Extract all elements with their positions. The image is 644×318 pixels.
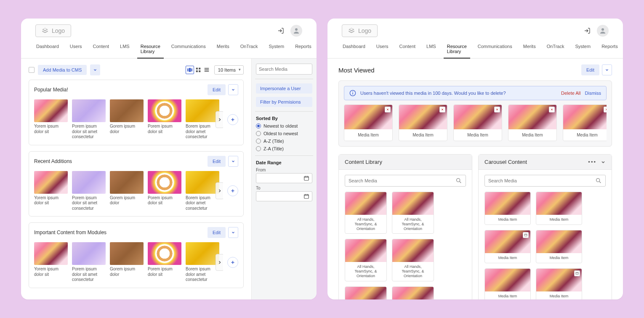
tab-dashboard[interactable]: Dashboard — [35, 40, 60, 58]
media-card[interactable]: All Hands, TeamSync, & Orientation — [345, 192, 387, 234]
tab-system[interactable]: System — [268, 40, 285, 58]
add-media-circle[interactable] — [227, 185, 238, 196]
media-card[interactable]: Porem ipsum dolor sit amet consectetur — [72, 171, 106, 211]
tab-merits[interactable]: Merits — [216, 40, 230, 58]
tab-ontrack[interactable]: OnTrack — [546, 40, 565, 58]
tab-communications[interactable]: Communications — [477, 40, 513, 58]
logo[interactable]: Logo — [342, 24, 378, 37]
edit-button[interactable]: Edit — [581, 64, 599, 75]
date-to-input[interactable] — [256, 191, 312, 201]
impersonate-button[interactable]: Impersonate a User — [256, 83, 312, 94]
chevron-right-icon[interactable] — [216, 111, 223, 128]
media-card[interactable]: Media Item — [508, 104, 557, 141]
sort-option[interactable]: Oldest to newest — [256, 131, 312, 136]
add-media-circle[interactable] — [227, 257, 238, 268]
tab-merits[interactable]: Merits — [522, 40, 537, 58]
media-card[interactable]: Media Item — [536, 192, 582, 225]
media-card[interactable]: Borem ipsum dolor amet consectetur — [186, 99, 219, 140]
tab-system[interactable]: System — [574, 40, 591, 58]
filter-permissions-button[interactable]: Filter by Permisions — [256, 97, 312, 107]
search-media-input[interactable] — [345, 175, 466, 187]
close-icon[interactable] — [604, 107, 607, 112]
add-media-circle[interactable] — [227, 114, 238, 125]
sort-option[interactable]: Newest to oldest — [256, 123, 312, 128]
tab-communications[interactable]: Communications — [170, 40, 207, 58]
delete-all-link[interactable]: Delete All — [561, 91, 580, 96]
media-card[interactable]: Media Item — [453, 104, 502, 141]
search-media-input[interactable] — [256, 64, 312, 75]
media-card[interactable]: Media Item — [536, 268, 582, 299]
media-card[interactable]: Media Item — [484, 230, 531, 263]
card-caption: Media Item — [536, 215, 582, 224]
media-card[interactable]: Borem ipsum dolor amet consectetur — [186, 242, 219, 283]
close-icon[interactable] — [494, 107, 500, 112]
media-card[interactable]: Gorem ipsum dolor — [110, 242, 144, 283]
media-card[interactable]: Yorem ipsum dolor sit — [34, 242, 68, 283]
media-card[interactable]: Porem ipsum dolor sit — [148, 99, 181, 140]
chevron-right-icon[interactable] — [216, 254, 223, 271]
media-card[interactable]: All Hands, TeamSync, & Orientation — [345, 286, 387, 299]
tab-lms[interactable]: LMS — [119, 40, 130, 58]
tab-reports[interactable]: Reports — [601, 40, 619, 58]
section-dropdown[interactable] — [228, 156, 238, 167]
tab-users[interactable]: Users — [69, 40, 83, 58]
exit-icon[interactable] — [275, 25, 286, 36]
tab-lms[interactable]: LMS — [426, 40, 437, 58]
media-card[interactable]: Media Item — [484, 268, 531, 299]
edit-button[interactable]: Edit — [208, 84, 226, 95]
close-icon[interactable] — [549, 107, 555, 112]
view-carousel-icon[interactable] — [186, 66, 194, 74]
media-card[interactable]: Porem ipsum dolor sit — [148, 171, 181, 211]
avatar[interactable] — [597, 25, 609, 37]
chevron-right-icon[interactable] — [216, 182, 223, 199]
tab-content[interactable]: Content — [92, 40, 110, 58]
media-card[interactable]: Gorem ipsum dolor — [110, 99, 144, 140]
sort-option[interactable]: Z-A (Title) — [256, 146, 312, 151]
edit-button[interactable]: Edit — [208, 227, 226, 238]
media-card[interactable]: All Hands, TeamSync, & Orientation — [392, 286, 434, 299]
date-from-input[interactable] — [256, 173, 312, 183]
media-card[interactable]: Media Item — [536, 230, 582, 263]
sort-option[interactable]: A-Z (Title) — [256, 139, 312, 144]
close-icon[interactable] — [385, 107, 391, 112]
avatar[interactable] — [290, 25, 302, 37]
add-media-dropdown[interactable] — [90, 64, 100, 75]
view-grid-icon[interactable] — [194, 66, 202, 74]
media-card[interactable]: Porem ipsum dolor sit amet consectetur — [72, 242, 106, 283]
view-list-icon[interactable] — [202, 66, 211, 74]
chevron-down-icon[interactable] — [601, 160, 606, 165]
more-icon[interactable]: ••• — [588, 159, 596, 165]
tab-ontrack[interactable]: OnTrack — [240, 40, 259, 58]
media-card[interactable]: All Hands, TeamSync, & Orientation — [392, 239, 434, 281]
section-dropdown[interactable] — [228, 84, 238, 95]
media-card[interactable]: Media Item — [563, 104, 607, 141]
media-card[interactable]: Yorem ipsum dolor sit — [34, 99, 68, 140]
exit-icon[interactable] — [582, 25, 593, 36]
media-card[interactable]: All Hands, TeamSync, & Orientation — [392, 192, 434, 234]
close-icon[interactable] — [439, 107, 445, 112]
tab-reports[interactable]: Reports — [294, 40, 312, 58]
logo[interactable]: Logo — [35, 24, 71, 37]
media-card[interactable]: Media Item — [399, 104, 447, 141]
media-card[interactable]: Gorem ipsum dolor — [110, 171, 144, 211]
search-media-input[interactable] — [484, 175, 606, 187]
media-card[interactable]: All Hands, TeamSync, & Orientation — [345, 239, 387, 281]
select-all-checkbox[interactable] — [29, 67, 35, 73]
dismiss-link[interactable]: Dismiss — [585, 91, 601, 96]
tab-users[interactable]: Users — [375, 40, 389, 58]
edit-button[interactable]: Edit — [208, 156, 226, 167]
media-card[interactable]: Porem ipsum dolor sit — [148, 242, 181, 283]
media-card[interactable]: Media Item — [344, 104, 393, 141]
add-media-button[interactable]: Add Media to CMS — [38, 65, 87, 75]
media-card[interactable]: Borem ipsum dolor amet consectetur — [186, 171, 219, 211]
tab-resource-library[interactable]: Resource Library — [446, 40, 468, 58]
media-card[interactable]: Yorem ipsum dolor sit — [34, 171, 68, 211]
media-card[interactable]: Porem ipsum dolor sit amet consectetur — [72, 99, 106, 140]
media-card[interactable]: Media Item — [484, 192, 531, 225]
items-per-page-select[interactable]: 10 Items — [214, 65, 244, 75]
section-dropdown[interactable] — [228, 227, 238, 238]
tab-resource-library[interactable]: Resource Library — [140, 40, 161, 58]
edit-dropdown[interactable] — [602, 64, 612, 75]
tab-dashboard[interactable]: Dashboard — [342, 40, 366, 58]
tab-content[interactable]: Content — [399, 40, 417, 58]
